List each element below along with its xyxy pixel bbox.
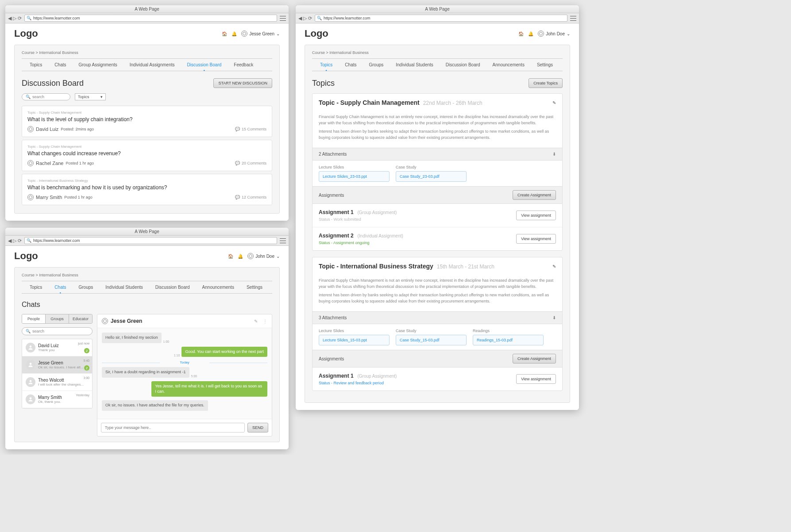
tab-discussion-board[interactable]: Discussion Board [149, 281, 196, 293]
topic-block: Topic - International Business Strategy1… [312, 257, 563, 391]
bell-icon[interactable]: 🔔 [528, 31, 533, 36]
tab-discussion-board[interactable]: Discussion Board [440, 59, 486, 71]
browser-toolbar: ◀ ▷ ⟳ 🔍 https://www.learnotter.com [5, 13, 289, 23]
view-assignment-button[interactable]: View assignment [516, 234, 556, 244]
bell-icon[interactable]: 🔔 [238, 254, 243, 259]
attachment-file[interactable]: Case Study_23-03.pdf [396, 171, 467, 182]
topic-tag: Topic - Supply Chain Management [27, 111, 266, 115]
forward-button[interactable]: ▷ [13, 238, 16, 244]
discussion-card[interactable]: Topic - International Business Strategy … [22, 174, 272, 205]
tab-topics[interactable]: Topics [23, 281, 48, 293]
url-bar[interactable]: 🔍 https://www.learnotter.com [24, 15, 277, 22]
reload-button[interactable]: ⟳ [18, 238, 22, 244]
chevron-down-icon: ▾ [100, 95, 103, 99]
user-menu[interactable]: John Doe ⌄ [247, 253, 280, 259]
user-menu[interactable]: John Doe ⌄ [538, 31, 570, 37]
tab-feedback[interactable]: Feedback [228, 59, 259, 71]
url-bar[interactable]: 🔍 https://www.learnotter.com [24, 237, 277, 244]
course-tabs: Topics Chats Group Assignments Individua… [22, 58, 272, 71]
url-bar[interactable]: 🔍 https://www.learnotter.com [315, 15, 567, 22]
tab-topics[interactable]: Topics [314, 59, 339, 71]
more-icon[interactable]: ⋮ [263, 319, 267, 324]
view-assignment-button[interactable]: View assignment [516, 211, 556, 220]
reload-button[interactable]: ⟳ [18, 15, 22, 21]
attachment-file[interactable]: Lecture Slides_15-03.ppt [319, 335, 390, 345]
tab-announcements[interactable]: Announcements [196, 281, 240, 293]
pencil-icon[interactable]: ✎ [552, 100, 556, 105]
user-menu[interactable]: Jesse Green ⌄ [241, 31, 280, 37]
browser-chats: A Web Page ◀ ▷ ⟳ 🔍 https://www.learnotte… [5, 228, 289, 449]
tab-individual-students[interactable]: Individual Students [99, 281, 149, 293]
tab-chats[interactable]: Chats [48, 59, 72, 71]
chat-contact[interactable]: Theo Walcott I will look after the chang… [22, 374, 92, 391]
url-text: https://www.learnotter.com [33, 16, 80, 20]
discussion-card[interactable]: Topic - Supply Chain Management What cha… [22, 140, 272, 171]
filter-select[interactable]: Topics ▾ [75, 93, 106, 100]
breadcrumb-course[interactable]: Course [22, 273, 35, 277]
contact-name: Jesse Green [38, 360, 89, 365]
post-time: Posted 1 hr ago [66, 161, 94, 165]
home-icon[interactable]: 🏠 [228, 254, 233, 259]
discussion-card[interactable]: Topic - Supply Chain Management What is … [22, 106, 272, 137]
topic-block: Topic - Supply Chain Management22nd Marc… [312, 93, 563, 251]
tab-settings[interactable]: Settings [240, 281, 269, 293]
create-assignment-button[interactable]: Create Assignment [513, 190, 556, 200]
send-button[interactable]: SEND [247, 423, 268, 432]
reload-button[interactable]: ⟳ [308, 15, 312, 21]
menu-icon[interactable] [280, 16, 286, 21]
back-button[interactable]: ◀ [298, 15, 302, 21]
breadcrumb-page: International Business [39, 50, 78, 55]
search-input[interactable]: 🔍 search [22, 93, 70, 100]
tab-groups[interactable]: Groups [72, 281, 99, 293]
seg-groups[interactable]: Groups [46, 314, 69, 323]
search-icon: 🔍 [26, 329, 31, 333]
create-assignment-button[interactable]: Create Assignment [513, 354, 556, 364]
download-icon[interactable]: ⬇ [552, 152, 556, 157]
breadcrumb-course[interactable]: Course [312, 50, 325, 55]
breadcrumb-course[interactable]: Course [22, 50, 35, 55]
comment-count: 💬20 Comments [235, 161, 266, 165]
start-discussion-button[interactable]: START NEW DISCUSSION [213, 78, 272, 88]
attachment-file[interactable]: Case Study_15-03.pdf [396, 335, 467, 345]
svg-point-0 [30, 345, 32, 348]
home-icon[interactable]: 🏠 [518, 31, 524, 36]
chat-contact[interactable]: David Luiz Thank you just now 2 [22, 339, 92, 356]
download-icon[interactable]: ⬇ [552, 315, 556, 320]
menu-icon[interactable] [280, 238, 286, 243]
menu-icon[interactable] [570, 16, 576, 21]
tab-discussion-board[interactable]: Discussion Board [181, 59, 228, 71]
forward-button[interactable]: ▷ [303, 15, 307, 21]
tab-individual-assignments[interactable]: Individual Assignments [123, 59, 181, 71]
chat-search-input[interactable]: 🔍 search [22, 327, 93, 335]
chat-contact[interactable]: Marry Smith Ok, thank you. Yesterday [22, 391, 92, 408]
tab-announcements[interactable]: Announcements [486, 59, 531, 71]
tab-chats[interactable]: Chats [339, 59, 363, 71]
tab-settings[interactable]: Settings [531, 59, 559, 71]
forward-button[interactable]: ▷ [13, 15, 16, 21]
bell-icon[interactable]: 🔔 [232, 31, 237, 36]
pencil-icon[interactable]: ✎ [552, 264, 556, 269]
tab-groups[interactable]: Groups [363, 59, 390, 71]
tab-individual-students[interactable]: Individual Students [390, 59, 440, 71]
back-button[interactable]: ◀ [8, 238, 12, 244]
home-icon[interactable]: 🏠 [222, 31, 227, 36]
search-icon: 🔍 [27, 238, 31, 243]
seg-people[interactable]: People [22, 314, 46, 323]
chevron-down-icon: ⌄ [276, 254, 280, 259]
attachment-file[interactable]: Lecture Slides_23-03.ppt [319, 171, 390, 182]
create-topics-button[interactable]: Create Topics [529, 78, 563, 88]
seg-educator[interactable]: Educator [69, 314, 92, 323]
attachment-file[interactable]: Readings_15-03.pdf [473, 335, 544, 345]
message-input[interactable] [101, 423, 245, 432]
tab-chats[interactable]: Chats [48, 281, 72, 293]
assignment-title: Assignment 1 [319, 209, 354, 215]
avatar-icon [241, 31, 247, 37]
contact-time: Yesterday [76, 394, 89, 397]
tab-topics[interactable]: Topics [23, 59, 48, 71]
back-button[interactable]: ◀ [8, 15, 12, 21]
tab-group-assignments[interactable]: Group Assignments [72, 59, 123, 71]
attachment-label: Case Study [396, 165, 467, 169]
view-assignment-button[interactable]: View assignment [516, 374, 556, 384]
pencil-icon[interactable]: ✎ [254, 319, 258, 324]
chat-contact[interactable]: Jesse Green Ok sir, no issues. I have at… [22, 356, 92, 374]
